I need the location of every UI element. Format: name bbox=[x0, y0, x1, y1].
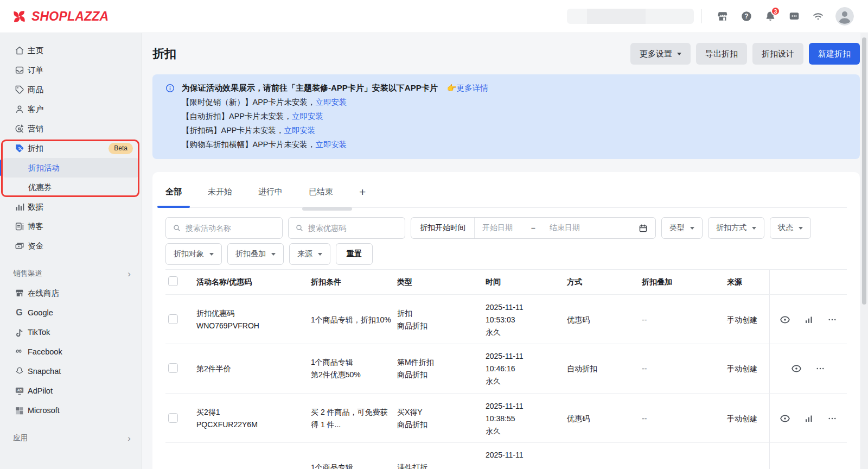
tab-not-started[interactable]: 未开始 bbox=[208, 187, 232, 207]
help-icon[interactable]: ? bbox=[735, 5, 758, 27]
sidebar-item-discount-campaign[interactable]: 折扣活动 bbox=[3, 158, 138, 178]
sidebar-item-data[interactable]: 数据 bbox=[0, 197, 142, 217]
analytics-icon[interactable] bbox=[804, 414, 814, 423]
tag-icon bbox=[14, 85, 24, 94]
caret-down-icon bbox=[677, 53, 681, 55]
install-now-link[interactable]: 立即安装 bbox=[292, 112, 323, 121]
bell-icon[interactable]: 3 bbox=[758, 5, 782, 27]
col-name: 活动名称/优惠码 bbox=[196, 276, 311, 288]
date-filter-group: 折扣开始时间 开始日期 – 结束日期 bbox=[411, 217, 656, 239]
sidebar-item-customers[interactable]: 客户 bbox=[0, 99, 142, 119]
sidebar-discount-group: 折扣 Beta 折扣活动 优惠券 bbox=[0, 138, 142, 197]
date-range-picker[interactable]: 开始日期 – 结束日期 bbox=[475, 223, 655, 233]
type-filter-dropdown[interactable]: 类型 bbox=[661, 217, 703, 239]
banner-item: 【折扣码】APP卡片未安装，立即安装 bbox=[182, 125, 847, 136]
install-now-link[interactable]: 立即安装 bbox=[284, 126, 316, 135]
date-type-label[interactable]: 折扣开始时间 bbox=[411, 218, 475, 238]
view-icon[interactable] bbox=[780, 413, 790, 424]
install-now-link[interactable]: 立即安装 bbox=[316, 140, 347, 149]
reset-button[interactable]: 重置 bbox=[336, 243, 373, 265]
export-discount-button[interactable]: 导出折扣 bbox=[696, 43, 747, 65]
info-icon bbox=[165, 84, 175, 93]
sidebar-item-microsoft[interactable]: Microsoft bbox=[0, 401, 142, 420]
sidebar-item-marketing[interactable]: 营销 bbox=[0, 119, 142, 138]
tab-all[interactable]: 全部 bbox=[165, 187, 182, 207]
snapchat-ghost-icon bbox=[14, 366, 24, 376]
banner-item: 【自动折扣】APP卡片未安装，立即安装 bbox=[182, 111, 847, 122]
discount-method-filter-dropdown[interactable]: 折扣方式 bbox=[708, 217, 764, 239]
source-filter-dropdown[interactable]: 来源 bbox=[289, 243, 330, 265]
sidebar-item-google[interactable]: G Google bbox=[0, 303, 142, 322]
sidebar-item-tiktok[interactable]: TikTok bbox=[0, 322, 142, 342]
meta-icon bbox=[14, 347, 24, 357]
chat-icon[interactable] bbox=[782, 5, 806, 27]
sidebar-item-funds[interactable]: 资金 bbox=[0, 236, 142, 256]
more-settings-button[interactable]: 更多设置 bbox=[630, 43, 691, 65]
shoplazza-logo[interactable]: SHOPLAZZA bbox=[12, 9, 108, 24]
col-source: 来源 bbox=[727, 276, 769, 288]
calendar-icon bbox=[639, 224, 648, 233]
table-row: 折扣优惠码WNO769PVFROH 1个商品专辑，折扣10% 折扣 商品折扣 2… bbox=[165, 294, 847, 344]
cell-time: 2025-11-11 bbox=[486, 443, 567, 469]
sidebar-item-facebook[interactable]: Facebook bbox=[0, 342, 142, 362]
search-icon bbox=[173, 224, 181, 232]
view-icon[interactable] bbox=[780, 314, 790, 325]
sidebar-item-products[interactable]: 商品 bbox=[0, 80, 142, 99]
banner-item: 【购物车折扣横幅】APP卡片未安装，立即安装 bbox=[182, 140, 847, 150]
more-details-link[interactable]: 👉更多详情 bbox=[447, 83, 488, 93]
sidebar-item-adpilot[interactable]: AD AdPilot bbox=[0, 381, 142, 401]
store-icon[interactable] bbox=[711, 5, 735, 27]
add-tab-button[interactable]: + bbox=[359, 186, 366, 207]
col-stacking: 折扣叠加 bbox=[642, 276, 727, 288]
discount-stacking-filter-dropdown[interactable]: 折扣叠加 bbox=[227, 243, 284, 265]
sidebar-section-apps[interactable]: 应用 › bbox=[0, 428, 142, 448]
store-name-redacted[interactable] bbox=[567, 9, 694, 24]
more-actions-icon[interactable] bbox=[827, 315, 837, 325]
sidebar-section-sales-channels[interactable]: 销售渠道 › bbox=[0, 264, 142, 283]
discount-design-button[interactable]: 折扣设计 bbox=[752, 43, 803, 65]
sidebar-item-coupon[interactable]: 优惠券 bbox=[3, 178, 138, 197]
svg-text:?: ? bbox=[744, 12, 748, 20]
tabs-scrollbar-thumb[interactable] bbox=[302, 207, 352, 211]
install-now-link[interactable]: 立即安装 bbox=[316, 98, 347, 106]
tiktok-icon bbox=[14, 327, 24, 337]
avatar[interactable] bbox=[835, 7, 854, 26]
table-header-row: 活动名称/优惠码 折扣条件 类型 时间 方式 折扣叠加 来源 bbox=[165, 269, 847, 294]
caret-down-icon bbox=[271, 253, 276, 256]
wifi-icon[interactable] bbox=[806, 5, 830, 27]
sidebar-item-discount[interactable]: 折扣 Beta bbox=[0, 138, 142, 158]
row-checkbox[interactable] bbox=[168, 363, 178, 373]
sidebar-item-blog[interactable]: 博客 bbox=[0, 217, 142, 236]
tab-in-progress[interactable]: 进行中 bbox=[258, 187, 283, 207]
sidebar-item-online-store[interactable]: 在线商店 bbox=[0, 283, 142, 303]
view-icon[interactable] bbox=[791, 363, 802, 374]
more-actions-icon[interactable] bbox=[815, 364, 825, 373]
blog-icon bbox=[14, 221, 24, 231]
tab-ended[interactable]: 已结束 bbox=[309, 187, 333, 207]
status-filter-dropdown[interactable]: 状态 bbox=[770, 217, 811, 239]
create-discount-button[interactable]: 新建折扣 bbox=[809, 43, 860, 65]
sidebar-item-snapchat[interactable]: Snapchat bbox=[0, 362, 142, 381]
select-all-checkbox[interactable] bbox=[168, 276, 178, 286]
col-time: 时间 bbox=[486, 276, 567, 288]
page-scrollbar-thumb[interactable] bbox=[862, 37, 866, 305]
svg-text:AD: AD bbox=[17, 389, 22, 392]
search-activity-name-input[interactable] bbox=[186, 224, 276, 232]
search-coupon-code bbox=[288, 217, 405, 239]
search-coupon-code-input[interactable] bbox=[308, 224, 398, 232]
row-checkbox[interactable] bbox=[168, 413, 178, 423]
page-scrollbar-track[interactable] bbox=[860, 33, 868, 469]
notification-badge: 3 bbox=[771, 7, 780, 16]
sidebar-item-orders[interactable]: 订单 bbox=[0, 60, 142, 80]
analytics-icon[interactable] bbox=[804, 315, 814, 325]
sidebar: 主页 订单 商品 客户 bbox=[0, 33, 142, 469]
cell-type: 买X得Y 商品折扣 bbox=[397, 406, 486, 431]
chevron-right-icon: › bbox=[127, 269, 131, 278]
cell-name: 第2件半价 bbox=[196, 350, 311, 388]
funds-icon bbox=[14, 241, 24, 251]
more-actions-icon[interactable] bbox=[827, 414, 837, 423]
cell-time: 2025-11-11 10:38:55 永久 bbox=[486, 400, 567, 438]
row-checkbox[interactable] bbox=[168, 314, 178, 324]
discount-target-filter-dropdown[interactable]: 折扣对象 bbox=[165, 243, 222, 265]
sidebar-item-home[interactable]: 主页 bbox=[0, 41, 142, 60]
